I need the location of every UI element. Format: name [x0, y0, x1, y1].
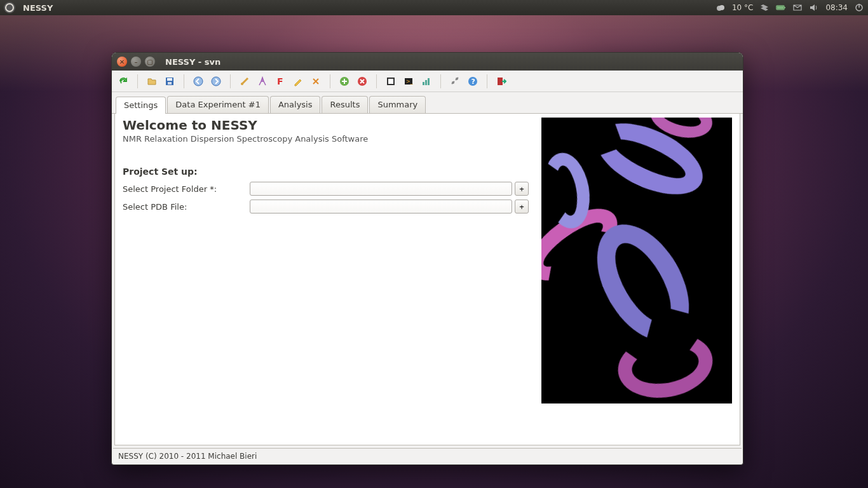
tab-data-experiment-1[interactable]: Data Experiment #1 [167, 96, 269, 113]
svg-rect-4 [777, 6, 783, 9]
open-icon[interactable] [144, 74, 159, 89]
svg-rect-26 [498, 78, 503, 85]
welcome-subtitle: NMR Relaxation Dispersion Spectroscopy A… [123, 134, 529, 144]
tab-settings[interactable]: Settings [116, 97, 166, 114]
help-icon[interactable]: ? [465, 74, 480, 89]
svg-point-12 [241, 83, 243, 85]
tool-a-icon[interactable] [237, 74, 252, 89]
tab-analysis[interactable]: Analysis [270, 96, 321, 113]
svg-rect-8 [167, 78, 172, 81]
weather-text: 10 °C [732, 3, 753, 12]
window-minimize-button[interactable]: – [131, 57, 141, 67]
svg-rect-20 [425, 80, 427, 85]
svg-point-10 [194, 77, 203, 86]
tab-results[interactable]: Results [322, 96, 368, 113]
window-maximize-button[interactable]: ▢ [145, 57, 155, 67]
svg-point-11 [212, 77, 220, 86]
panel-app-name: NESSY [23, 3, 53, 13]
settings-icon[interactable] [447, 74, 463, 89]
svg-point-1 [719, 5, 724, 10]
font-icon[interactable]: F [273, 74, 288, 89]
app-window: ✕ – ▢ NESSY - svn F >_ ? Settings Data E… [111, 52, 743, 465]
svg-text:>_: >_ [406, 79, 414, 85]
ubuntu-logo-icon[interactable] [4, 2, 15, 13]
svg-point-23 [456, 78, 458, 80]
edit-icon[interactable] [290, 74, 306, 89]
weather-icon[interactable] [715, 3, 726, 13]
status-text: NESSY (C) 2010 - 2011 Michael Bieri [118, 452, 257, 461]
svg-rect-16 [388, 78, 394, 85]
dropbox-icon[interactable] [759, 3, 770, 13]
exit-icon[interactable] [494, 74, 509, 89]
pdb-file-row: Select PDB File: + [123, 200, 529, 214]
protein-image [541, 118, 732, 403]
svg-rect-21 [428, 78, 430, 85]
clock-text: 08:34 [825, 3, 848, 12]
project-folder-browse-button[interactable]: + [515, 182, 529, 196]
svg-point-22 [452, 81, 454, 84]
project-folder-label: Select Project Folder *: [123, 184, 250, 194]
tab-bar: Settings Data Experiment #1 Analysis Res… [112, 92, 743, 114]
svg-text:?: ? [471, 78, 475, 86]
remove-icon[interactable] [355, 74, 370, 89]
window-close-button[interactable]: ✕ [117, 57, 127, 67]
chart-icon[interactable] [419, 74, 434, 89]
pdb-file-label: Select PDB File: [123, 202, 250, 212]
add-icon[interactable] [337, 74, 352, 89]
battery-icon[interactable] [776, 3, 786, 13]
pdb-file-browse-button[interactable]: + [515, 200, 529, 214]
svg-rect-3 [784, 7, 785, 8]
toolbar: F >_ ? [112, 71, 743, 92]
cut-icon[interactable] [308, 74, 323, 89]
window-title: NESSY - svn [165, 57, 220, 67]
tab-summary[interactable]: Summary [369, 96, 426, 113]
desktop-top-panel: NESSY 10 °C 08:34 [0, 0, 868, 15]
svg-rect-19 [423, 82, 424, 85]
project-folder-input[interactable] [250, 182, 512, 196]
terminal-icon[interactable]: >_ [401, 74, 416, 89]
save-icon[interactable] [162, 74, 177, 89]
stop-icon[interactable] [383, 74, 398, 89]
refresh-icon[interactable] [116, 74, 131, 89]
project-folder-row: Select Project Folder *: + [123, 182, 529, 196]
forward-icon[interactable] [208, 74, 224, 89]
mail-icon[interactable] [792, 3, 803, 13]
tool-b-icon[interactable] [255, 74, 270, 89]
svg-text:F: F [277, 76, 283, 86]
status-bar: NESSY (C) 2010 - 2011 Michael Bieri [113, 448, 742, 463]
volume-icon[interactable] [809, 3, 819, 13]
pdb-file-input[interactable] [250, 200, 512, 214]
back-icon[interactable] [191, 74, 206, 89]
system-tray: 10 °C 08:34 [715, 3, 864, 13]
content-area: Welcome to NESSY NMR Relaxation Dispersi… [114, 114, 740, 445]
project-setup-heading: Project Set up: [123, 166, 529, 177]
svg-rect-9 [168, 82, 172, 85]
welcome-heading: Welcome to NESSY [123, 118, 529, 133]
power-icon[interactable] [854, 3, 864, 13]
window-titlebar[interactable]: ✕ – ▢ NESSY - svn [112, 53, 743, 71]
